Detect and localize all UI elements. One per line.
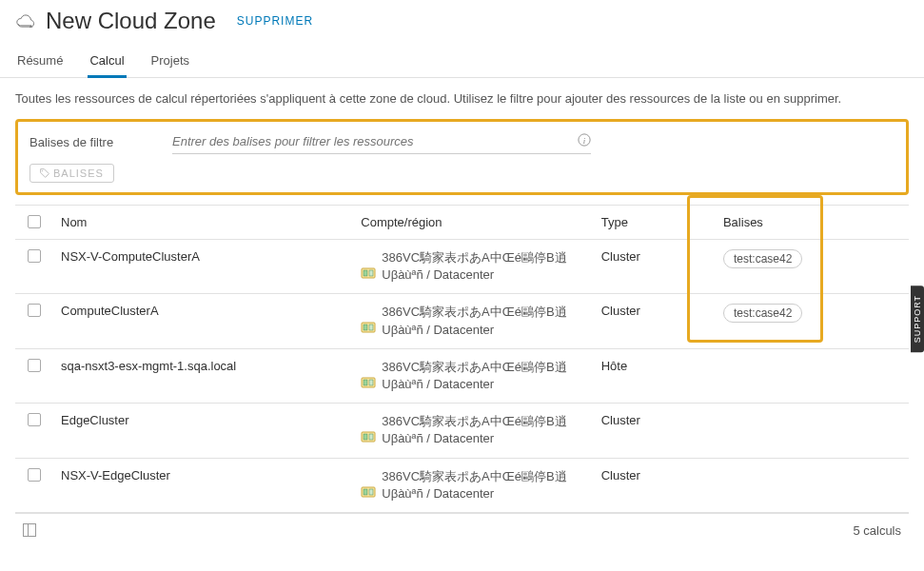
tag-pill[interactable]: test:case42 — [723, 304, 802, 323]
svg-rect-14 — [369, 434, 373, 440]
filter-box: Balises de filtre i BALISES — [15, 119, 909, 195]
cell-tags — [716, 459, 909, 478]
tab-compute[interactable]: Calcul — [88, 46, 126, 77]
cell-type: Cluster — [582, 404, 716, 437]
cell-tags: test:case42 — [716, 240, 909, 278]
cell-name: NSX-V-EdgeCluster — [53, 459, 353, 492]
row-checkbox[interactable] — [28, 249, 41, 263]
cell-name: sqa-nsxt3-esx-mgmt-1.sqa.local — [53, 349, 353, 383]
svg-rect-10 — [364, 380, 367, 385]
svg-rect-5 — [369, 270, 373, 276]
select-all-checkbox[interactable] — [28, 215, 41, 228]
header-type[interactable]: Type — [582, 206, 716, 239]
row-checkbox[interactable] — [28, 304, 41, 317]
cell-tags — [716, 404, 909, 423]
page-title: New Cloud Zone — [46, 8, 216, 34]
tag-pill[interactable]: test:case42 — [723, 249, 802, 268]
tags-button-label: BALISES — [53, 167, 104, 179]
svg-rect-4 — [364, 270, 367, 276]
table-row: NSX-V-EdgeCluster386VC騎家表ポあA中Œé鷗停B逍Uβàùª… — [15, 459, 909, 513]
datacenter-icon — [361, 485, 376, 499]
datacenter-icon — [361, 321, 376, 334]
tags-button[interactable]: BALISES — [29, 164, 114, 183]
table-header: Nom Compte/région Type Balises — [15, 206, 909, 240]
support-tab[interactable]: SUPPORT — [911, 286, 924, 352]
header-name[interactable]: Nom — [53, 206, 353, 239]
cell-tags: test:case42 — [716, 294, 909, 332]
filter-label: Balises de filtre — [29, 135, 144, 149]
svg-rect-17 — [369, 489, 373, 495]
svg-rect-7 — [364, 325, 367, 330]
page-description: Toutes les ressources de calcul répertor… — [0, 78, 924, 115]
table-row: ComputeClusterA386VC騎家表ポあA中Œé鷗停B逍Uβàùªñ … — [15, 294, 909, 348]
datacenter-icon — [361, 376, 376, 389]
cell-name: ComputeClusterA — [53, 294, 353, 327]
cell-name: EdgeCluster — [53, 404, 353, 437]
svg-rect-16 — [364, 489, 367, 495]
cell-account: 386VC騎家表ポあA中Œé鷗停B逍Uβàùªñ / Datacenter — [353, 294, 581, 347]
column-picker-icon[interactable] — [23, 523, 36, 537]
svg-rect-8 — [369, 325, 373, 330]
header-account[interactable]: Compte/région — [353, 206, 581, 239]
cell-account: 386VC騎家表ポあA中Œé鷗停B逍Uβàùªñ / Datacenter — [353, 459, 581, 512]
cell-type: Cluster — [582, 459, 716, 492]
cell-type: Hôte — [582, 349, 716, 383]
svg-rect-11 — [369, 380, 373, 385]
page-header: New Cloud Zone Supprimer — [0, 0, 924, 38]
tab-summary[interactable]: Résumé — [15, 46, 65, 77]
tab-projects[interactable]: Projets — [149, 46, 191, 77]
header-tags[interactable]: Balises — [716, 206, 909, 239]
cell-name: NSX-V-ComputeClusterA — [53, 240, 353, 273]
cell-account: 386VC騎家表ポあA中Œé鷗停B逍Uβàùªñ / Datacenter — [353, 404, 581, 457]
table-row: sqa-nsxt3-esx-mgmt-1.sqa.local386VC騎家表ポあ… — [15, 349, 909, 404]
row-checkbox[interactable] — [28, 359, 41, 372]
datacenter-icon — [361, 430, 376, 443]
cloud-zone-icon — [15, 12, 36, 30]
cell-tags — [716, 349, 909, 368]
cell-type: Cluster — [582, 294, 716, 327]
svg-text:i: i — [583, 136, 586, 146]
table-row: NSX-V-ComputeClusterA386VC騎家表ポあA中Œé鷗停B逍U… — [15, 240, 909, 294]
svg-point-2 — [42, 170, 43, 171]
row-checkbox[interactable] — [28, 468, 41, 482]
row-count: 5 calculs — [853, 523, 901, 538]
info-icon[interactable]: i — [578, 133, 591, 149]
cell-account: 386VC騎家表ポあA中Œé鷗停B逍Uβàùªñ / Datacenter — [353, 349, 581, 403]
svg-rect-13 — [364, 434, 367, 440]
tag-icon — [40, 168, 49, 178]
table-footer: 5 calculs — [15, 513, 909, 547]
compute-table: Nom Compte/région Type Balises NSX-V-Com… — [15, 205, 909, 513]
datacenter-icon — [361, 266, 376, 280]
filter-tags-input[interactable] — [172, 134, 578, 148]
cell-type: Cluster — [582, 240, 716, 273]
table-row: EdgeCluster386VC騎家表ポあA中Œé鷗停B逍Uβàùªñ / Da… — [15, 404, 909, 458]
tabs: Résumé Calcul Projets — [0, 46, 924, 78]
cell-account: 386VC騎家表ポあA中Œé鷗停B逍Uβàùªñ / Datacenter — [353, 240, 581, 293]
row-checkbox[interactable] — [28, 413, 41, 426]
delete-button[interactable]: Supprimer — [237, 14, 313, 28]
